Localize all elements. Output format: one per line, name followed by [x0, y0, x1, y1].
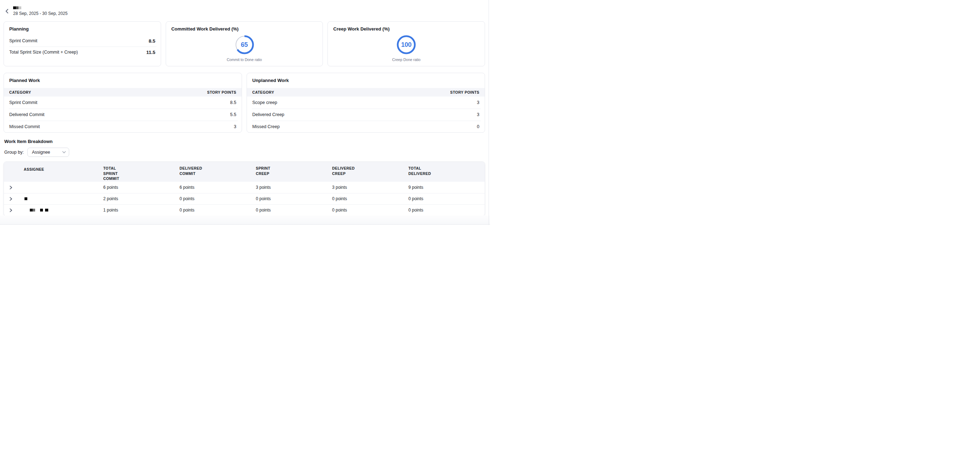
planned-work-card: Planned Work CATEGORY STORY POINTS Sprin…: [3, 73, 242, 133]
delivered-commit-cell: 0 points: [180, 196, 256, 201]
creep-gauge-value: 100: [397, 35, 416, 54]
content-bottom-divider: [0, 215, 490, 225]
work-table-row: Scope creep 3: [247, 97, 485, 108]
expand-row-button[interactable]: [4, 193, 24, 204]
metric-value: 8.5: [149, 38, 156, 44]
category-cell: Scope creep: [252, 100, 277, 105]
creep-gauge-caption: Creep Done ratio: [328, 57, 485, 62]
story-points-cell: 5.5: [230, 112, 236, 117]
planning-card-title: Planning: [4, 22, 161, 32]
unplanned-work-title: Unplanned Work: [247, 73, 485, 83]
total-sprint-commit-cell: 1 points: [103, 208, 180, 213]
delivered-creep-cell: 3 points: [332, 185, 408, 190]
assignee-cell: [24, 193, 103, 204]
delivered-commit-cell: 6 points: [180, 185, 256, 190]
creep-card-title: Creep Work Delivered (%): [328, 22, 485, 32]
creep-gauge: 100: [397, 35, 416, 54]
metric-value: 11.5: [146, 50, 156, 55]
committed-card-title: Committed Work Delivered (%): [166, 22, 323, 32]
planning-metric-row: Total Sprint Size (Commit + Creep) 11.5: [4, 46, 161, 58]
sprint-creep-column-header: SPRINT CREEP: [256, 166, 332, 177]
metric-label: Total Sprint Size (Commit + Creep): [9, 50, 78, 55]
creep-work-delivered-card: Creep Work Delivered (%) 100 Creep Done …: [328, 21, 485, 66]
delivered-commit-cell: 0 points: [180, 208, 256, 213]
chevron-right-icon: [10, 208, 13, 212]
planning-metric-row: Sprint Commit 8.5: [4, 35, 161, 46]
unplanned-work-rows: Scope creep 3 Delivered Creep 3 Missed C…: [247, 97, 485, 133]
story-points-cell: 0: [477, 124, 479, 129]
total-sprint-commit-column-header: TOTAL SPRINT COMMIT: [103, 166, 180, 181]
assignee-column-header: ASSIGNEE: [24, 166, 103, 172]
work-item-breakdown-title: Work Item Breakdown: [4, 139, 52, 144]
chevron-down-icon: [62, 151, 66, 154]
category-cell: Delivered Commit: [9, 112, 45, 117]
story-points-cell: 3: [477, 112, 479, 117]
category-cell: Missed Commit: [9, 124, 40, 129]
delivered-creep-cell: 0 points: [332, 208, 408, 213]
expand-row-button[interactable]: [4, 182, 24, 193]
planned-work-rows: Sprint Commit 8.5 Delivered Commit 5.5 M…: [4, 97, 242, 133]
group-by-selected-value: Assignee: [32, 150, 50, 155]
group-by-select[interactable]: Assignee: [27, 148, 69, 157]
committed-work-delivered-card: Committed Work Delivered (%) 65 Commit t…: [166, 21, 323, 66]
breakdown-table-row[interactable]: 2 points 0 points 0 points 0 points 0 po…: [4, 193, 485, 204]
sprint-creep-cell: 3 points: [256, 185, 332, 190]
group-by-control: Group by: Assignee: [4, 148, 69, 157]
unplanned-work-card: Unplanned Work CATEGORY STORY POINTS Sco…: [247, 73, 485, 133]
breakdown-table-header: ASSIGNEE TOTAL SPRINT COMMIT DELIVERED C…: [4, 162, 485, 182]
category-column-header: CATEGORY: [9, 90, 31, 94]
scrollbar-gutter: [488, 0, 489, 225]
work-table-row: Missed Commit 3: [4, 121, 242, 133]
chevron-left-icon: [5, 9, 8, 13]
planned-work-title: Planned Work: [4, 73, 242, 83]
work-table-row: Sprint Commit 8.5: [4, 97, 242, 108]
sprint-report-page: 28 Sep, 2025 - 30 Sep, 2025 Planning Spr…: [0, 0, 490, 225]
date-range: 28 Sep, 2025 - 30 Sep, 2025: [13, 11, 67, 16]
total-sprint-commit-cell: 6 points: [103, 185, 180, 190]
category-cell: Delivered Creep: [252, 112, 284, 117]
sprint-creep-cell: 0 points: [256, 208, 332, 213]
category-cell: Sprint Commit: [9, 100, 37, 105]
assignee-cell: [24, 182, 103, 193]
delivered-commit-column-header: DELIVERED COMMIT: [180, 166, 256, 177]
category-cell: Missed Creep: [252, 124, 280, 129]
story-points-column-header: STORY POINTS: [450, 90, 479, 94]
breakdown-table-row[interactable]: 1 points 0 points 0 points 0 points 0 po…: [4, 204, 485, 216]
category-column-header: CATEGORY: [252, 90, 274, 94]
chevron-right-icon: [10, 197, 13, 201]
planning-metrics: Sprint Commit 8.5 Total Sprint Size (Com…: [4, 35, 161, 58]
work-table-row: Delivered Creep 3: [247, 108, 485, 121]
metric-label: Sprint Commit: [9, 38, 37, 43]
planning-card: Planning Sprint Commit 8.5 Total Sprint …: [3, 21, 161, 66]
committed-gauge-value: 65: [235, 35, 254, 54]
breakdown-table-row[interactable]: 6 points 6 points 3 points 3 points 9 po…: [4, 182, 485, 193]
summary-cards-row: Planning Sprint Commit 8.5 Total Sprint …: [3, 21, 485, 66]
back-button[interactable]: [4, 8, 10, 14]
unplanned-work-header: CATEGORY STORY POINTS: [247, 88, 485, 97]
committed-gauge-caption: Commit to Done ratio: [166, 57, 323, 62]
total-sprint-commit-cell: 2 points: [103, 196, 180, 201]
total-delivered-cell: 0 points: [408, 208, 485, 213]
work-table-row: Delivered Commit 5.5: [4, 108, 242, 121]
total-delivered-cell: 0 points: [408, 196, 485, 201]
story-points-cell: 3: [477, 100, 479, 105]
story-points-column-header: STORY POINTS: [207, 90, 236, 94]
breakdown-table-body: 6 points 6 points 3 points 3 points 9 po…: [4, 182, 485, 216]
delivered-creep-column-header: DELIVERED CREEP: [332, 166, 408, 177]
work-item-breakdown-table: ASSIGNEE TOTAL SPRINT COMMIT DELIVERED C…: [3, 161, 485, 216]
total-delivered-cell: 9 points: [408, 185, 485, 190]
work-table-row: Missed Creep 0: [247, 121, 485, 133]
delivered-creep-cell: 0 points: [332, 196, 408, 201]
work-tables-row: Planned Work CATEGORY STORY POINTS Sprin…: [3, 73, 485, 133]
sprint-title-redacted: [13, 6, 21, 9]
chevron-right-icon: [10, 186, 13, 189]
expand-row-button[interactable]: [4, 204, 24, 216]
planned-work-header: CATEGORY STORY POINTS: [4, 88, 242, 97]
sprint-creep-cell: 0 points: [256, 196, 332, 201]
committed-gauge: 65: [235, 35, 254, 54]
story-points-cell: 3: [234, 124, 236, 129]
group-by-label: Group by:: [4, 150, 24, 155]
total-delivered-column-header: TOTAL DELIVERED: [408, 166, 485, 177]
assignee-cell: [24, 204, 103, 216]
story-points-cell: 8.5: [230, 100, 236, 105]
